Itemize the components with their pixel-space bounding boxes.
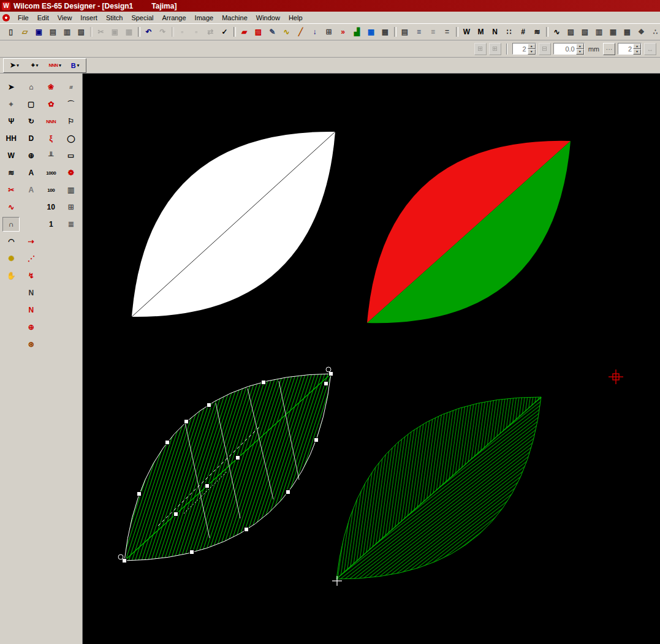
selected-leaf-object[interactable]: [124, 374, 331, 561]
bezier-tool[interactable]: B ▾: [66, 59, 85, 72]
yellow-wave-button[interactable]: ∿: [279, 25, 294, 39]
spacing-button[interactable]: =: [440, 25, 454, 39]
hatch-fill-b-button[interactable]: ▧: [578, 25, 592, 39]
palette-button[interactable]: ▦: [364, 25, 378, 39]
wheel-tool[interactable]: ⊛: [23, 337, 40, 352]
selection-handle[interactable]: [190, 550, 194, 555]
pointer-tool[interactable]: ➤: [2, 80, 20, 94]
layout-grid-b-button[interactable]: ⊞: [489, 43, 501, 55]
menu-item-edit[interactable]: Edit: [33, 13, 53, 23]
stitched-leaf-object[interactable]: [336, 397, 541, 579]
selection-handle[interactable]: [314, 438, 319, 442]
satin-stitch-button[interactable]: W: [460, 25, 474, 39]
scale-views-button[interactable]: ▫: [189, 25, 203, 39]
spin-down-icon[interactable]: ▾: [633, 49, 641, 55]
grid-spin-button[interactable]: ⊟: [539, 43, 551, 55]
menu-item-machine[interactable]: Machine: [218, 13, 252, 23]
selection-handle[interactable]: [165, 441, 170, 445]
paste-button[interactable]: ▦: [122, 25, 136, 39]
dropdown-caret-icon[interactable]: ▾: [17, 63, 19, 68]
preset-1-button[interactable]: 1: [42, 217, 59, 232]
grid-button[interactable]: ⊞: [322, 25, 336, 39]
menu-item-arrange[interactable]: Arrange: [157, 13, 190, 23]
menu-item-image[interactable]: Image: [191, 13, 218, 23]
hatch-fill-d-button[interactable]: ▦: [606, 25, 620, 39]
fancy-fill-button[interactable]: ❖: [634, 25, 648, 39]
selection-handle[interactable]: [262, 381, 266, 385]
stitch-list-button[interactable]: ≡: [412, 25, 426, 39]
dropdown-caret-icon[interactable]: ▾: [59, 63, 61, 68]
more-options-button[interactable]: ···: [603, 43, 615, 55]
layers-tool[interactable]: ≣: [63, 217, 80, 232]
export-machine-button[interactable]: ▧: [74, 25, 88, 39]
outline-pen-button[interactable]: ✎: [265, 25, 279, 39]
selection-handle[interactable]: [286, 490, 290, 494]
start-end-tool[interactable]: ⊕: [23, 320, 40, 335]
spin-up-icon[interactable]: ▴: [528, 44, 536, 49]
lightning-run-tool[interactable]: ↯: [23, 268, 40, 283]
histogram-button[interactable]: ▟: [350, 25, 364, 39]
count-value[interactable]: 2: [513, 44, 528, 54]
reshape-object-tool[interactable]: ⌂: [23, 80, 40, 94]
menu-item-view[interactable]: View: [53, 13, 77, 23]
design-canvas[interactable]: [83, 74, 660, 644]
pin-tool[interactable]: ╨: [42, 148, 59, 163]
new-document-button[interactable]: ▯: [4, 25, 18, 39]
run-arrow-tool[interactable]: ⇢: [23, 234, 40, 249]
fan-shape-tool[interactable]: ∩: [2, 217, 20, 232]
zigzag-outline-tool[interactable]: NNN: [42, 114, 59, 129]
selection-handle[interactable]: [207, 403, 211, 407]
preset-10-button[interactable]: 10: [42, 200, 59, 214]
tatami-stitch-button[interactable]: M: [474, 25, 488, 39]
selection-handle[interactable]: [236, 456, 240, 460]
crayon-button[interactable]: ╱: [294, 25, 308, 39]
hoop-tool[interactable]: ⊕: [23, 148, 40, 163]
vertex-marker[interactable]: [326, 367, 331, 372]
menu-item-stitch[interactable]: Stitch: [102, 13, 127, 23]
slant-stitch-tool[interactable]: ///: [63, 80, 80, 94]
tatami-tool[interactable]: HH: [2, 131, 20, 146]
selection-handle[interactable]: [123, 559, 127, 563]
selection-handle[interactable]: [205, 484, 210, 488]
motif-fill-button[interactable]: ∷: [502, 25, 516, 39]
satin-stitch-tool[interactable]: W: [2, 148, 20, 163]
white-leaf-object[interactable]: [132, 132, 335, 317]
rotate-tool[interactable]: ↻: [23, 114, 40, 129]
menu-item-help[interactable]: Help: [284, 13, 307, 23]
coil-stitch-tool[interactable]: ξ: [42, 131, 59, 146]
overview-table-button[interactable]: ▤: [398, 25, 412, 39]
menu-item-insert[interactable]: Insert: [76, 13, 102, 23]
arc-tool[interactable]: ⌒: [63, 97, 80, 112]
small-zigzag-tool[interactable]: ∿: [2, 200, 20, 214]
columns-tool[interactable]: ▥: [63, 183, 80, 197]
grid-edit-tool[interactable]: ⊞: [63, 200, 80, 214]
document-window-icon[interactable]: [2, 14, 10, 21]
monogram-tool[interactable]: ✿: [42, 97, 59, 112]
layout-grid-a-button[interactable]: ⊞: [474, 43, 487, 55]
stop-hand-tool[interactable]: ✋: [2, 268, 20, 283]
red-green-leaf-object[interactable]: [367, 141, 571, 323]
dropdown-caret-icon[interactable]: ▾: [77, 63, 80, 68]
needle-point-button[interactable]: ↓: [308, 25, 322, 39]
print-button[interactable]: ▤: [46, 25, 60, 39]
density-list-button[interactable]: ≡: [426, 25, 440, 39]
vertex-marker[interactable]: [118, 555, 123, 559]
branching-tool[interactable]: Ψ: [2, 114, 20, 129]
selection-handle[interactable]: [245, 528, 249, 532]
copy-button[interactable]: ▣: [108, 25, 122, 39]
spin-up-icon[interactable]: ▴: [576, 44, 584, 49]
kerning-tool[interactable]: A: [23, 183, 40, 197]
open-button[interactable]: ▱: [18, 25, 32, 39]
rectangle-tool[interactable]: ▭: [63, 148, 80, 163]
freehand-select-tool[interactable]: ⌖: [2, 97, 20, 112]
selection-handle[interactable]: [184, 420, 189, 424]
ellipse-tool[interactable]: ◯: [63, 131, 80, 146]
dome-tool[interactable]: ◠: [2, 234, 20, 249]
flag-tool[interactable]: ⚐: [63, 114, 80, 129]
mirror-button[interactable]: ⇄: [203, 25, 218, 39]
spin-down-icon[interactable]: ▾: [576, 49, 584, 55]
node-edit-red-tool[interactable]: N: [23, 303, 40, 317]
stitch-select-tool[interactable]: NNN ▾: [45, 59, 64, 72]
triple-run-tool[interactable]: ≋: [2, 165, 20, 180]
lettering-a-tool[interactable]: A: [23, 165, 40, 180]
